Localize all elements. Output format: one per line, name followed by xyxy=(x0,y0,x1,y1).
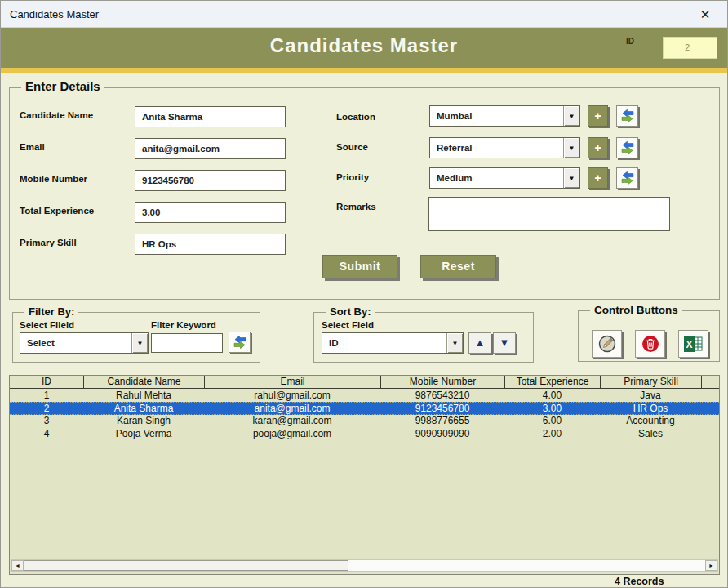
cell-name: Karan Singh xyxy=(83,415,204,426)
close-icon[interactable]: ✕ xyxy=(696,7,714,23)
column-header-primary-skill: Primary Skill xyxy=(600,376,701,388)
cell-email: anita@gmail.com xyxy=(204,403,380,414)
chevron-down-icon[interactable]: ▼ xyxy=(446,333,463,353)
sort-field-value: ID xyxy=(322,333,446,353)
location-value: Mumbai xyxy=(430,106,563,126)
sort-by-title: Sort By: xyxy=(326,305,375,318)
refresh-location-button[interactable] xyxy=(616,105,638,127)
primary-skill-label: Primary Skill xyxy=(20,238,77,247)
cell-id: 1 xyxy=(10,390,83,401)
location-label: Location xyxy=(336,112,375,122)
sort-field-dropdown[interactable]: ID ▼ xyxy=(322,332,464,354)
cell-experience: 3.00 xyxy=(504,403,600,414)
sort-by-frame: Sort By: Select Field ID ▼ ▲ ▼ xyxy=(313,312,534,363)
delete-button[interactable] xyxy=(635,330,665,358)
scrollbar-track[interactable] xyxy=(348,560,705,571)
cell-mobile: 9988776655 xyxy=(380,415,504,426)
priority-dropdown[interactable]: Medium ▼ xyxy=(429,167,580,189)
filter-field-value: Select xyxy=(20,333,131,353)
column-header-mobile-number: Mobile Number xyxy=(380,376,504,388)
candidates-master-window: Candidates Master ✕ Candidates Master ID… xyxy=(0,0,728,588)
chevron-down-icon[interactable]: ▼ xyxy=(563,106,579,126)
trash-icon xyxy=(641,335,659,353)
cell-mobile: 9876543210 xyxy=(380,390,504,401)
cell-name: Pooja Verma xyxy=(83,428,204,439)
mobile-number-field[interactable] xyxy=(135,170,286,191)
source-label: Source xyxy=(336,142,368,152)
apply-filter-button[interactable] xyxy=(229,332,251,353)
form-header: Candidates Master ID 2 xyxy=(1,28,727,68)
refresh-source-button[interactable] xyxy=(616,137,638,158)
edit-button[interactable] xyxy=(592,330,622,358)
cell-skill: Sales xyxy=(600,428,701,439)
table-header-row: ID Candidate Name Email Mobile Number To… xyxy=(10,376,719,389)
cell-name: Anita Sharma xyxy=(83,403,204,414)
scroll-left-icon[interactable]: ◄ xyxy=(11,560,24,571)
excel-icon: X xyxy=(684,336,704,352)
horizontal-scrollbar[interactable]: ◄ ► xyxy=(11,559,718,572)
sync-icon xyxy=(621,172,634,185)
control-buttons-title: Control Buttons xyxy=(590,304,682,316)
total-experience-label: Total Experience xyxy=(20,206,94,216)
scrollbar-thumb[interactable] xyxy=(24,560,348,571)
scroll-right-icon[interactable]: ► xyxy=(705,560,717,571)
chevron-down-icon[interactable]: ▼ xyxy=(131,333,148,353)
sort-descending-button[interactable]: ▼ xyxy=(493,332,516,354)
sort-field-label: Select Field xyxy=(322,320,374,330)
add-source-button[interactable]: + xyxy=(588,137,608,158)
window-titlebar: Candidates Master ✕ xyxy=(1,1,727,28)
chevron-down-icon[interactable]: ▼ xyxy=(563,138,579,158)
cell-email: karan@gmail.com xyxy=(204,415,380,426)
export-excel-button[interactable]: X xyxy=(678,330,708,358)
location-dropdown[interactable]: Mumbai ▼ xyxy=(429,105,580,127)
sync-icon xyxy=(621,141,634,154)
filter-keyword-input[interactable] xyxy=(151,333,223,353)
priority-value: Medium xyxy=(430,168,563,188)
table-row[interactable]: 1 Rahul Mehta rahul@gmail.com 9876543210… xyxy=(10,389,719,402)
submit-button[interactable]: Submit xyxy=(322,255,397,278)
priority-label: Priority xyxy=(336,172,369,182)
candidate-name-field[interactable] xyxy=(135,106,286,127)
column-header-email: Email xyxy=(204,376,380,388)
cell-skill: Java xyxy=(600,390,701,401)
enter-details-title: Enter Details xyxy=(21,79,104,93)
total-experience-field[interactable] xyxy=(135,202,286,223)
reset-button[interactable]: Reset xyxy=(420,255,496,278)
table-row[interactable]: 3 Karan Singh karan@gmail.com 9988776655… xyxy=(10,415,719,428)
refresh-priority-button[interactable] xyxy=(616,167,638,189)
page-title: Candidates Master xyxy=(1,34,727,57)
control-buttons-frame: Control Buttons xyxy=(578,310,720,362)
record-count: 4 Records xyxy=(615,576,664,587)
cell-experience: 2.00 xyxy=(504,428,600,439)
add-location-button[interactable]: + xyxy=(588,105,608,127)
filter-field-label: Select Fileld xyxy=(20,320,74,330)
filter-by-frame: Filter By: Select Fileld Filter Keyword … xyxy=(12,312,260,363)
cell-id: 2 xyxy=(10,403,83,414)
cell-name: Rahul Mehta xyxy=(83,390,204,401)
source-dropdown[interactable]: Referral ▼ xyxy=(429,137,580,158)
cell-id: 4 xyxy=(10,428,83,439)
add-priority-button[interactable]: + xyxy=(588,167,608,189)
filter-by-title: Filter By: xyxy=(24,305,78,318)
cell-experience: 6.00 xyxy=(504,415,600,426)
primary-skill-field[interactable] xyxy=(135,234,286,255)
enter-details-frame: Enter Details Candidate Name Email Mobil… xyxy=(9,87,720,300)
email-field[interactable] xyxy=(135,138,286,159)
chevron-down-icon[interactable]: ▼ xyxy=(563,168,579,188)
column-header-total-experience: Total Experience xyxy=(504,376,600,388)
sort-ascending-button[interactable]: ▲ xyxy=(468,332,491,354)
candidates-table[interactable]: ID Candidate Name Email Mobile Number To… xyxy=(9,375,720,575)
cell-email: rahul@gmail.com xyxy=(204,390,380,401)
cell-id: 3 xyxy=(10,415,83,426)
remarks-field[interactable] xyxy=(428,197,670,231)
column-header-candidate-name: Candidate Name xyxy=(83,376,204,388)
sync-icon xyxy=(233,336,246,349)
pencil-icon xyxy=(598,335,616,353)
id-label: ID xyxy=(626,37,634,46)
table-row-selected[interactable]: 2 Anita Sharma anita@gmail.com 912345678… xyxy=(10,402,719,415)
id-field[interactable]: 2 xyxy=(663,37,717,59)
filter-keyword-label: Filter Keyword xyxy=(151,320,216,330)
email-label: Email xyxy=(20,142,45,152)
table-row[interactable]: 4 Pooja Verma pooja@gmail.com 9090909090… xyxy=(10,427,719,440)
filter-field-dropdown[interactable]: Select ▼ xyxy=(20,332,149,354)
